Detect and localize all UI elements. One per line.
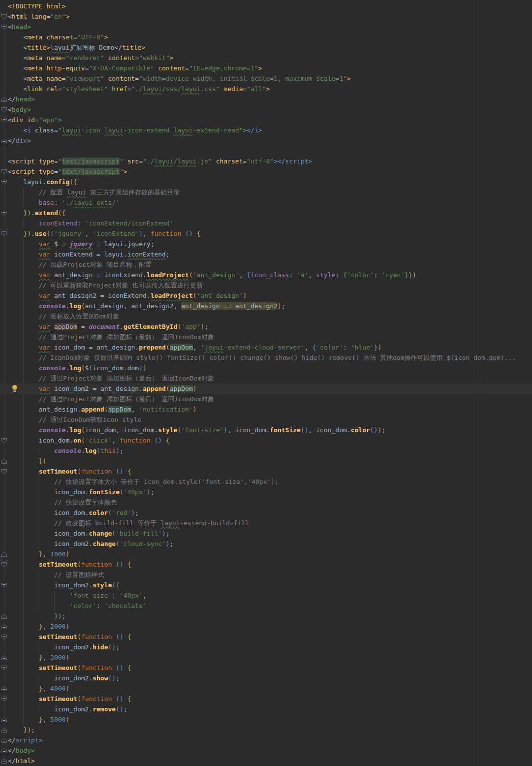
code-line: icon_dom2.remove(); (0, 704, 532, 714)
code-line: </html> (0, 756, 532, 766)
code-line: <meta http-equiv="X-UA-Compatible" conte… (0, 63, 532, 73)
code-line: // 改变图标 build-fill 等价于 layui-extend-buil… (0, 518, 532, 528)
code-line: icon_dom2.style({ (0, 580, 532, 590)
code-line: // 快捷设置字体大小 等价于 icon_dom.style('font-siz… (0, 477, 532, 487)
code-line-caret: var icon_dom2 = ant_design.append(appDom… (0, 383, 532, 394)
code-line: </body> (0, 745, 532, 756)
code-line: }); (0, 725, 532, 735)
code-line: <script type="text/javascript" src="./la… (0, 156, 532, 166)
code-line: 'font-size': '40px', (0, 590, 532, 601)
code-line: var ant_design = iconExtend.loadProject(… (0, 270, 532, 280)
code-line: // 快捷设置字体颜色 (0, 497, 532, 508)
code-line: }, 5000) (0, 714, 532, 725)
code-line: var appDom = document.getElementById('ap… (0, 321, 532, 332)
code-line: <html lang="en"> (0, 11, 532, 22)
code-line: }, 2000) (0, 621, 532, 632)
code-line: ant_design.append(appDom, 'notification'… (0, 404, 532, 415)
code-line: <!DOCTYPE html> (0, 1, 532, 11)
code-line: icon_dom2.show(); (0, 673, 532, 683)
code-line: console.log($(icon_dom.dom)) (0, 363, 532, 373)
code-line: 'color': 'chocolate' (0, 601, 532, 611)
code-line: <title>layui扩展图标 Demo</title> (0, 42, 532, 53)
code-line: <i class="layui-icon layui-icon-extend l… (0, 125, 532, 135)
code-line: <meta charset="UTF-8"> (0, 32, 532, 42)
code-line: <script type="text/javascript"> (0, 166, 532, 177)
code-line: base: './layui_exts/' (0, 197, 532, 208)
code-line: }, 3000) (0, 652, 532, 663)
code-line: <meta name="renderer" content="webkit"> (0, 53, 532, 63)
code-line: <link rel="stylesheet" href="./layui/css… (0, 84, 532, 94)
code-line: }).use(['jquery', 'iconExtend'], functio… (0, 228, 532, 239)
code-line: icon_dom.on('click', function () { (0, 435, 532, 446)
code-line: // 可以重新获取Project对象 也可以传入配置进行更新 (0, 280, 532, 290)
code-line: }); (0, 611, 532, 621)
code-line: <head> (0, 22, 532, 32)
code-line: }, 1000) (0, 549, 532, 559)
code-line: var iconExtend = layui.iconExtend; (0, 249, 532, 259)
code-line: // 加载Project对象 项目名称，配置 (0, 259, 532, 270)
code-line: console.log(ant_design, ant_design2, ant… (0, 301, 532, 311)
code-line: icon_dom.color('red'); (0, 508, 532, 518)
code-line: // 通过IconDom获取icon style (0, 415, 532, 425)
code-line: setTimeout(function () { (0, 466, 532, 477)
code-line: console.log(this); (0, 446, 532, 456)
code-line: icon_dom.change('build-fill'); (0, 528, 532, 539)
code-line: // 通过Project对象 添加图标（最前） 返回IconDom对象 (0, 332, 532, 342)
code-line: icon_dom2.hide(); (0, 642, 532, 652)
code-line: }).extend({ (0, 208, 532, 218)
code-line: var ant_design2 = iconExtend.loadProject… (0, 290, 532, 301)
code-line (0, 146, 532, 156)
code-line: setTimeout(function () { (0, 694, 532, 704)
code-line: }) (0, 456, 532, 466)
code-line: }, 4000) (0, 683, 532, 694)
code-line: <div id="app"> (0, 115, 532, 125)
code-line: icon_dom2.change('cloud-sync'); (0, 539, 532, 549)
code-line: <meta name="viewport" content="width=dev… (0, 73, 532, 84)
code-line: var icon_dom = ant_design.prepend(appDom… (0, 342, 532, 352)
code-area[interactable]: <!DOCTYPE html><html lang="en"><head> <m… (0, 1, 532, 766)
code-line: iconExtend: 'iconExtend/iconExtend' (0, 218, 532, 228)
code-line: setTimeout(function () { (0, 632, 532, 642)
code-line: icon_dom.fontSize('40px'); (0, 487, 532, 497)
code-line: var $ = jquery = layui.jquery; (0, 239, 532, 249)
code-line: setTimeout(function () { (0, 559, 532, 570)
code-line: // 配置 layui 第三方扩展组件存放的基础目录 (0, 187, 532, 197)
code-line: </div> (0, 135, 532, 146)
code-line: // 设置图标样式 (0, 570, 532, 580)
code-line: console.log(icon_dom, icon_dom.style('fo… (0, 425, 532, 435)
code-line: setTimeout(function () { (0, 663, 532, 673)
code-line: // IconDom对象 仅提供基础的 style() fontSize() c… (0, 352, 532, 363)
code-line: // 通过Project对象 添加图标（最后） 返回IconDom对象 (0, 394, 532, 404)
code-line: // 通过Project对象 添加图标（最后） 返回IconDom对象 (0, 373, 532, 383)
code-line: </script> (0, 735, 532, 745)
code-editor[interactable]: <!DOCTYPE html><html lang="en"><head> <m… (0, 0, 532, 766)
code-line: // 图标放入位置的Dom对象 (0, 311, 532, 321)
code-line: layui.config({ (0, 177, 532, 187)
code-line: </head> (0, 94, 532, 104)
code-line: <body> (0, 104, 532, 115)
